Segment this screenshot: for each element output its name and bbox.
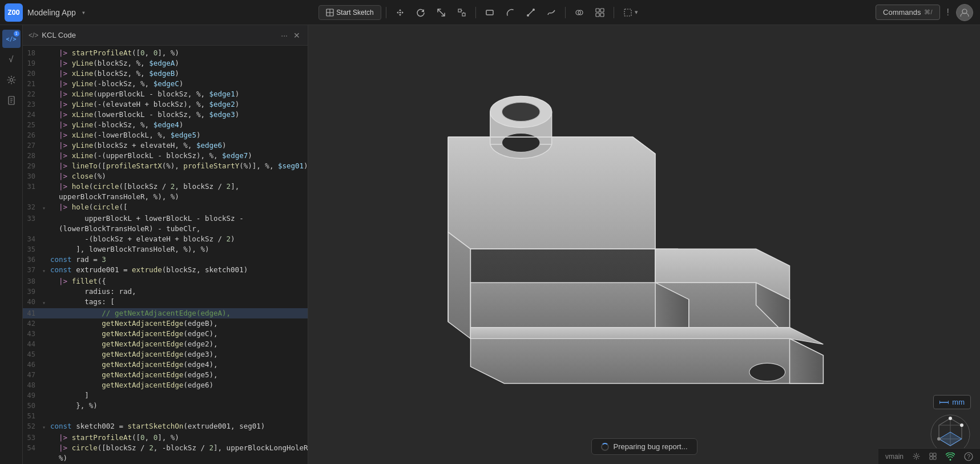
line-content: |> circle([blockSz / 2, -blockSz / 2], u…	[50, 443, 308, 453]
line-content: ]	[50, 390, 305, 401]
move-tool-button[interactable]	[391, 6, 409, 19]
line-number: 52	[25, 421, 42, 431]
transform-tool-button[interactable]	[453, 6, 471, 19]
viewport[interactable]: Preparing bug report... mm	[308, 25, 980, 464]
line-number: 39	[25, 287, 42, 297]
svg-point-40	[502, 102, 540, 121]
line-content: getNextAdjacentEdge(edge4),	[50, 360, 305, 370]
code-panel-actions: ··· ✕	[279, 29, 302, 42]
code-line: 29 |> lineTo([profileStartX(%), profileS…	[23, 161, 308, 171]
toolbar: Start Sketch	[318, 5, 642, 20]
code-panel-close-button[interactable]: ✕	[292, 29, 302, 42]
code-line: 40▾ tags: [	[23, 297, 308, 308]
main-content: </> 1 √ </> KCL Code	[0, 25, 980, 464]
start-sketch-button[interactable]: Start Sketch	[318, 5, 381, 20]
line-content: const rad = 3	[50, 255, 305, 265]
user-avatar[interactable]	[956, 4, 973, 21]
code-line: 22 |> xLine(upperBlockL - blockSz, %, $e…	[23, 89, 308, 99]
svg-rect-16	[596, 13, 599, 17]
line-number: 47	[25, 370, 42, 380]
line-fold-arrow	[42, 58, 50, 59]
zoo-logo[interactable]: ZOO	[5, 3, 23, 22]
line-icon	[526, 8, 535, 17]
line-number: 36	[25, 255, 42, 265]
rect-tool-button[interactable]	[481, 6, 499, 19]
group-tool-button[interactable]	[591, 6, 609, 19]
measure-icon	[939, 400, 949, 405]
code-line: 36const rad = 3	[23, 255, 308, 265]
line-fold-arrow[interactable]: ▾	[42, 202, 50, 213]
line-content: |> yLine(-blockSz, %, $edgeC)	[50, 79, 305, 89]
notification-button[interactable]: !	[945, 5, 951, 20]
line-fold-arrow	[42, 453, 50, 454]
line-tool-button[interactable]	[522, 6, 540, 19]
svg-line-9	[528, 10, 534, 15]
line-fold-arrow	[42, 161, 50, 162]
line-fold-arrow	[42, 151, 50, 152]
toolbar-separator-3	[565, 7, 566, 18]
svg-rect-8	[486, 10, 493, 15]
svg-rect-60	[933, 453, 936, 456]
line-fold-arrow	[42, 171, 50, 172]
svg-point-57	[937, 437, 941, 441]
line-content: }, %)	[50, 401, 305, 411]
move-icon	[396, 8, 405, 17]
line-number: 44	[25, 339, 42, 349]
scale-tool-button[interactable]	[432, 6, 450, 19]
line-fold-arrow[interactable]: ▾	[42, 265, 50, 276]
spline-icon	[547, 8, 556, 17]
sidebar-icon-code[interactable]: </> 1	[2, 30, 21, 48]
rotate-tool-button[interactable]	[412, 6, 430, 19]
line-fold-arrow	[42, 287, 50, 288]
boolean-icon	[575, 8, 584, 17]
line-fold-arrow	[42, 234, 50, 235]
kcl-code-icon: </>	[29, 31, 38, 39]
code-line: 39 radius: rad,	[23, 287, 308, 297]
line-fold-arrow	[42, 390, 50, 392]
line-content: |> fillet({	[50, 276, 305, 287]
commands-button[interactable]: Commands ⌘/	[876, 5, 940, 20]
settings-status-icon	[913, 453, 920, 460]
sidebar-icon-math[interactable]: √	[2, 50, 21, 68]
branch-label[interactable]: vmain	[885, 453, 904, 461]
line-fold-arrow	[42, 48, 50, 49]
code-line: (lowerBlockTransHoleR) - tubeClr,	[23, 224, 308, 234]
settings-status-button[interactable]	[913, 453, 920, 460]
top-bar-right: Commands ⌘/ !	[876, 4, 980, 21]
line-content: |> hole(circle([blockSz / 2, blockSz / 2…	[50, 181, 305, 192]
sidebar-icon-docs[interactable]	[2, 91, 21, 110]
line-fold-arrow[interactable]: ▾	[42, 421, 50, 433]
line-content: getNextAdjacentEdge(edgeB),	[50, 318, 305, 329]
line-fold-arrow[interactable]: ▾	[42, 297, 50, 308]
code-line: 44 getNextAdjacentEdge(edge2),	[23, 339, 308, 349]
line-fold-arrow	[42, 401, 50, 402]
boolean-tool-button[interactable]	[570, 6, 588, 19]
select-tool-button[interactable]: ▾	[619, 6, 643, 19]
viewport-status: Preparing bug report...	[591, 438, 697, 455]
code-line: 51	[23, 411, 308, 421]
line-fold-arrow	[42, 140, 50, 142]
spline-tool-button[interactable]	[542, 6, 560, 19]
svg-point-10	[527, 14, 529, 17]
code-line: 38 |> fillet({	[23, 276, 308, 287]
line-content: getNextAdjacentEdge(edge5),	[50, 370, 305, 380]
code-line: 23 |> yLine(-(elevateH + blockSz), %, $e…	[23, 99, 308, 110]
app-title-chevron[interactable]: ▾	[82, 9, 86, 17]
svg-point-20	[10, 79, 13, 82]
svg-rect-62	[933, 457, 936, 459]
code-line: 30 |> close(%)	[23, 171, 308, 181]
line-content: tags: [	[50, 297, 305, 307]
transform-icon	[457, 8, 466, 17]
measure-badge[interactable]: mm	[933, 395, 971, 409]
help-status-button[interactable]: ?	[964, 452, 973, 461]
code-panel-more-button[interactable]: ···	[279, 29, 289, 42]
layout-status-button[interactable]	[929, 453, 937, 460]
sidebar-icon-settings[interactable]	[2, 71, 21, 89]
arc-tool-button[interactable]	[501, 6, 519, 19]
code-line: 21 |> yLine(-blockSz, %, $edgeC)	[23, 79, 308, 89]
line-content: %)	[50, 453, 305, 463]
code-line: 27 |> yLine(blockSz + elevateH, %, $edge…	[23, 140, 308, 151]
code-editor[interactable]: 18 |> startProfileAt([0, 0], %)19 |> yLi…	[23, 46, 308, 464]
svg-rect-18	[624, 9, 631, 16]
code-line: 26 |> xLine(-lowerBlockL, %, $edge5)	[23, 130, 308, 140]
